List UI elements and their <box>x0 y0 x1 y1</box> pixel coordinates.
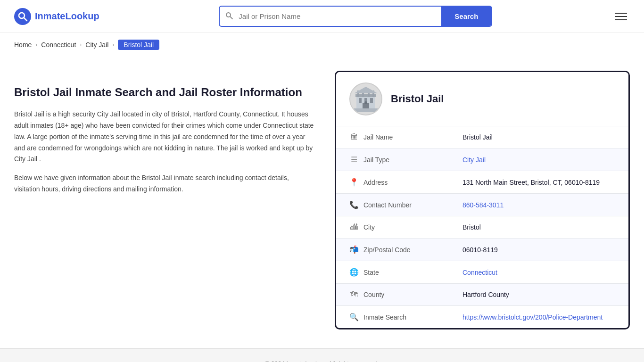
row-link[interactable]: City Jail <box>462 156 486 164</box>
row-icon: ☰ <box>349 155 359 164</box>
row-icon: 📞 <box>349 200 359 209</box>
svg-point-16 <box>364 101 367 104</box>
search-input[interactable] <box>239 8 441 25</box>
table-row: 📞Contact Number860-584-3011 <box>336 194 628 216</box>
svg-line-3 <box>230 16 232 19</box>
row-label: Zip/Postal Code <box>363 246 411 254</box>
row-icon: 🏙 <box>349 223 359 231</box>
search-bar: Search <box>219 6 492 27</box>
logo-icon <box>14 8 31 25</box>
row-value: Hartford County <box>449 284 628 306</box>
row-link[interactable]: https://www.bristolct.gov/200/Police-Dep… <box>462 313 603 321</box>
row-value[interactable]: 860-584-3011 <box>449 194 628 216</box>
table-row: 🌐StateConnecticut <box>336 261 628 284</box>
logo-text: InmateLookup <box>35 11 99 22</box>
row-value[interactable]: City Jail <box>449 148 628 171</box>
page-title: Bristol Jail Inmate Search and Jail Rost… <box>14 85 316 99</box>
chevron-icon: › <box>35 41 37 48</box>
jail-card: Bristol Jail 🏛Jail NameBristol Jail☰Jail… <box>335 71 630 329</box>
breadcrumb-home[interactable]: Home <box>14 41 32 49</box>
breadcrumb-state[interactable]: Connecticut <box>41 41 76 49</box>
avatar <box>349 82 382 115</box>
row-label: State <box>363 269 379 276</box>
table-row: ☰Jail TypeCity Jail <box>336 148 628 171</box>
svg-rect-9 <box>370 98 373 103</box>
row-value: 131 North Main Street, Bristol, CT, 0601… <box>449 171 628 194</box>
svg-rect-7 <box>359 98 362 103</box>
row-label: Jail Name <box>363 133 393 141</box>
svg-marker-15 <box>354 87 378 93</box>
search-icon <box>220 12 239 21</box>
row-label: Contact Number <box>363 201 412 209</box>
row-value[interactable]: https://www.bristolct.gov/200/Police-Dep… <box>449 306 628 329</box>
row-value: Bristol <box>449 216 628 239</box>
description-para2: Below we have given information about th… <box>14 173 316 195</box>
chevron-icon-2: › <box>80 41 82 48</box>
table-row: 📍Address131 North Main Street, Bristol, … <box>336 171 628 194</box>
description-para1: Bristol Jail is a high security City Jai… <box>14 109 316 165</box>
table-row: 📬Zip/Postal Code06010-8119 <box>336 239 628 261</box>
row-icon: 🌐 <box>349 268 359 277</box>
table-row: 🗺CountyHartford County <box>336 284 628 306</box>
row-link[interactable]: 860-584-3011 <box>462 201 504 209</box>
row-label: Address <box>363 179 388 186</box>
breadcrumb: Home › Connecticut › City Jail › Bristol… <box>0 33 644 57</box>
search-button[interactable]: Search <box>441 7 491 26</box>
row-value: Bristol Jail <box>449 126 628 148</box>
row-label: City <box>363 223 375 231</box>
row-icon: 📬 <box>349 245 359 254</box>
footer: © 2024 InmateLookup. All rights reserved… <box>0 348 644 362</box>
row-icon: 📍 <box>349 178 359 187</box>
row-icon: 🗺 <box>349 290 359 299</box>
svg-rect-4 <box>354 108 378 112</box>
row-icon: 🔍 <box>349 313 359 321</box>
table-row: 🔍Inmate Searchhttps://www.bristolct.gov/… <box>336 306 628 329</box>
row-label: County <box>363 291 384 298</box>
row-icon: 🏛 <box>349 133 359 141</box>
row-label: Jail Type <box>363 156 389 164</box>
row-label: Inmate Search <box>363 313 406 321</box>
info-table: 🏛Jail NameBristol Jail☰Jail TypeCity Jai… <box>336 126 628 328</box>
right-section: Bristol Jail 🏛Jail NameBristol Jail☰Jail… <box>335 71 630 329</box>
jail-card-header: Bristol Jail <box>336 72 628 126</box>
logo[interactable]: InmateLookup <box>14 8 99 25</box>
table-row: 🏛Jail NameBristol Jail <box>336 126 628 148</box>
row-link[interactable]: Connecticut <box>462 269 497 276</box>
svg-line-1 <box>24 17 27 21</box>
jail-name-header: Bristol Jail <box>391 93 444 105</box>
chevron-icon-3: › <box>112 41 114 48</box>
menu-button[interactable] <box>612 10 630 23</box>
row-value[interactable]: Connecticut <box>449 261 628 284</box>
breadcrumb-type[interactable]: City Jail <box>85 41 108 49</box>
table-row: 🏙CityBristol <box>336 216 628 239</box>
left-section: Bristol Jail Inmate Search and Jail Rost… <box>14 71 316 329</box>
row-value: 06010-8119 <box>449 239 628 261</box>
breadcrumb-current: Bristol Jail <box>118 40 159 50</box>
